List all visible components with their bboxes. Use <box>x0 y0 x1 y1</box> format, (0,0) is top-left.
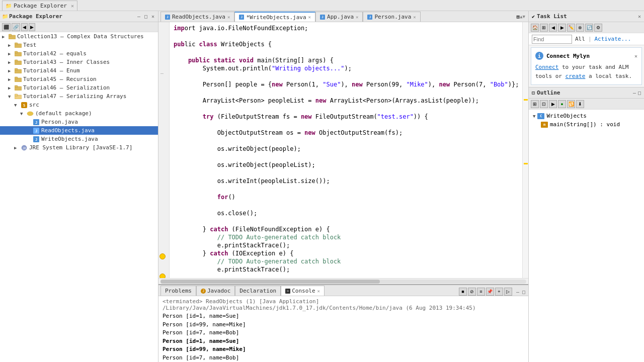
tasklist-btn-3[interactable]: ◀ <box>549 24 557 32</box>
mylyn-connect-link[interactable]: Connect <box>535 64 558 70</box>
pin-btn[interactable]: 📌 <box>486 288 494 296</box>
code-editor[interactable]: — import java.io.FileNotFoundException; … <box>158 22 528 278</box>
tasklist-find-row: All | Activate... <box>529 33 644 45</box>
clear-btn[interactable]: ⊘ <box>468 288 476 296</box>
svg-text:J: J <box>35 121 37 125</box>
outline-btn-1[interactable]: ⊞ <box>531 100 539 108</box>
tasklist-btn-6[interactable]: ⊗ <box>576 24 584 32</box>
scroll-lock-btn[interactable]: ≡ <box>477 288 485 296</box>
package-explorer-tree: ▶ Collection13 – Complex Data Structures… <box>0 32 158 362</box>
mylyn-after-create: a local task. <box>585 73 632 79</box>
tab-overflow[interactable]: ⊞ ▲▼ <box>514 12 528 22</box>
tasklist-close[interactable]: ✕ <box>638 14 641 19</box>
outline-btn-4[interactable]: ● <box>558 100 566 108</box>
package-explorer-tab[interactable]: 📁 Package Explorer ✕ <box>2 1 77 11</box>
expand-arrow: ▶ <box>8 77 14 82</box>
tasklist-find-input[interactable] <box>532 35 572 44</box>
code-line: e.printStackTrace(); <box>174 265 518 274</box>
tasklist-btn-7[interactable]: 🔃 <box>585 24 593 32</box>
tasklist-btn-2[interactable]: ⊞ <box>540 24 548 32</box>
tab-problems[interactable]: Problems <box>160 286 196 296</box>
tree-item-test[interactable]: ▶ Test <box>0 41 158 49</box>
tab-close[interactable]: ✕ <box>227 15 230 20</box>
horizontal-scroll-area[interactable] <box>158 278 528 284</box>
code-line <box>174 32 518 40</box>
tree-item-collection13[interactable]: ▶ Collection13 – Complex Data Structures <box>0 32 158 41</box>
code-line <box>174 201 518 209</box>
next-btn[interactable]: ▶ <box>29 23 35 31</box>
code-line <box>174 88 518 97</box>
tab-close-active[interactable]: ✕ <box>308 15 311 20</box>
tree-item-tutorial47[interactable]: ▼ Tutorial47 – Serializing Arrays <box>0 92 158 101</box>
outline-class-item[interactable]: ▼ C WriteObjects <box>531 112 642 120</box>
maximize-icon[interactable]: □ <box>143 13 149 20</box>
outline-btn-2[interactable]: ⊡ <box>540 100 548 108</box>
minimize-icon[interactable]: — <box>136 13 142 20</box>
tree-item-readobjects[interactable]: J ReadObjects.java <box>0 126 158 135</box>
tree-item-src[interactable]: ▼ S src <box>0 101 158 109</box>
tasklist-btn-1[interactable]: 🏠 <box>531 24 539 32</box>
link-editor-btn[interactable]: 🔗 <box>12 23 20 31</box>
console-terminated-line: <terminated> ReadObjects (1) [Java Appli… <box>163 298 524 311</box>
package-explorer-tab-close[interactable]: ✕ <box>71 3 74 9</box>
outline-btn-5[interactable]: 🔁 <box>567 100 575 108</box>
tab-console-close[interactable]: ✕ <box>317 289 320 294</box>
tree-item-writeobjects[interactable]: J WriteObjects.java <box>0 135 158 143</box>
tab-person[interactable]: J Person.java ✕ <box>363 12 420 22</box>
terminate-btn[interactable]: ■ <box>459 288 467 296</box>
maximize-bottom-icon[interactable]: □ <box>521 289 526 295</box>
tab-readobjects[interactable]: J ReadObjects.java ✕ <box>160 12 234 22</box>
tab-app[interactable]: J App.java ✕ <box>315 12 363 22</box>
tasklist-toolbar: 🏠 ⊞ ◀ ▶ ✏️ ⊗ 🔃 ⚙ <box>529 22 644 33</box>
expand-arrow: ▶ <box>8 51 14 56</box>
tasklist-btn-4[interactable]: ▶ <box>558 24 566 32</box>
tab-close[interactable]: ✕ <box>413 15 416 20</box>
code-line: import java.io.FileNotFoundException; <box>174 24 518 32</box>
code-line <box>174 121 518 129</box>
prev-btn[interactable]: ◀ <box>21 23 28 31</box>
svg-rect-9 <box>15 68 18 70</box>
console-toolbar: ■ ⊘ ≡ 📌 + ▷ — □ <box>457 288 528 296</box>
tree-item-tutorial43[interactable]: ▶ Tutorial43 – Inner Classes <box>0 58 158 66</box>
mylyn-connect-panel: i Connect Mylyn ✕ Connect to your task a… <box>531 47 642 85</box>
code-line <box>174 217 518 225</box>
collapse-all-btn[interactable]: ⬛ <box>2 23 11 31</box>
tree-label: Tutorial43 – Inner Classes <box>23 59 110 65</box>
outline-method-item[interactable]: m main(String[]) : void <box>531 120 642 129</box>
outline-btn-3[interactable]: ▶ <box>549 100 557 108</box>
tab-writeobjects[interactable]: J *WriteObjects.java ✕ <box>234 12 315 22</box>
tree-item-person[interactable]: J Person.java <box>0 118 158 126</box>
tasklist-btn-8[interactable]: ⚙ <box>594 24 602 32</box>
tree-item-tutorial44[interactable]: ▶ Tutorial44 – Enum <box>0 66 158 75</box>
code-content-area[interactable]: import java.io.FileNotFoundException; pu… <box>170 22 522 278</box>
mylyn-close-btn[interactable]: ✕ <box>634 53 637 59</box>
code-line <box>174 105 518 113</box>
outline-btn-6[interactable]: ⬇ <box>576 100 584 108</box>
tab-console[interactable]: > Console ✕ <box>281 286 325 296</box>
tasklist-btn-5[interactable]: ✏️ <box>567 24 575 32</box>
tree-item-defaultpkg[interactable]: ▼ (default package) <box>0 109 158 118</box>
tab-label: ReadObjects.java <box>172 14 225 20</box>
close-icon[interactable]: ✕ <box>150 13 156 20</box>
tab-close[interactable]: ✕ <box>356 15 358 20</box>
console-view-btn[interactable]: ▷ <box>504 288 512 296</box>
svg-point-18 <box>27 112 33 116</box>
tab-javadoc[interactable]: J Javadoc <box>196 286 235 296</box>
tab-javadoc-icon: J <box>201 289 206 294</box>
code-line: System.out.println("Writing objects...")… <box>174 64 518 72</box>
tasklist-activate-link[interactable]: Activate... <box>595 36 631 42</box>
outline-maximize-icon[interactable]: □ <box>638 90 641 96</box>
outline-minimize-icon[interactable]: — <box>633 90 636 96</box>
minimize-bottom-icon[interactable]: — <box>515 289 520 295</box>
mylyn-create-link[interactable]: create <box>566 73 586 79</box>
tree-item-jre[interactable]: ▶ JR JRE System Library [JavaSE-1.7] <box>0 143 158 152</box>
outline-method-icon: m <box>541 122 548 128</box>
tree-item-tutorial42[interactable]: ▶ Tutorial42 – equals <box>0 49 158 58</box>
package-explorer-tab-label: Package Explorer <box>14 3 67 9</box>
tree-item-tutorial46[interactable]: ▶ Tutorial46 – Serialization <box>0 83 158 92</box>
console-line-1: Person [id=1, name=Sue] <box>163 312 524 321</box>
svg-rect-13 <box>15 85 18 87</box>
tree-item-tutorial45[interactable]: ▶ Tutorial45 – Recursion <box>0 75 158 83</box>
new-console-btn[interactable]: + <box>495 288 503 296</box>
tab-declaration[interactable]: Declaration <box>235 286 281 296</box>
